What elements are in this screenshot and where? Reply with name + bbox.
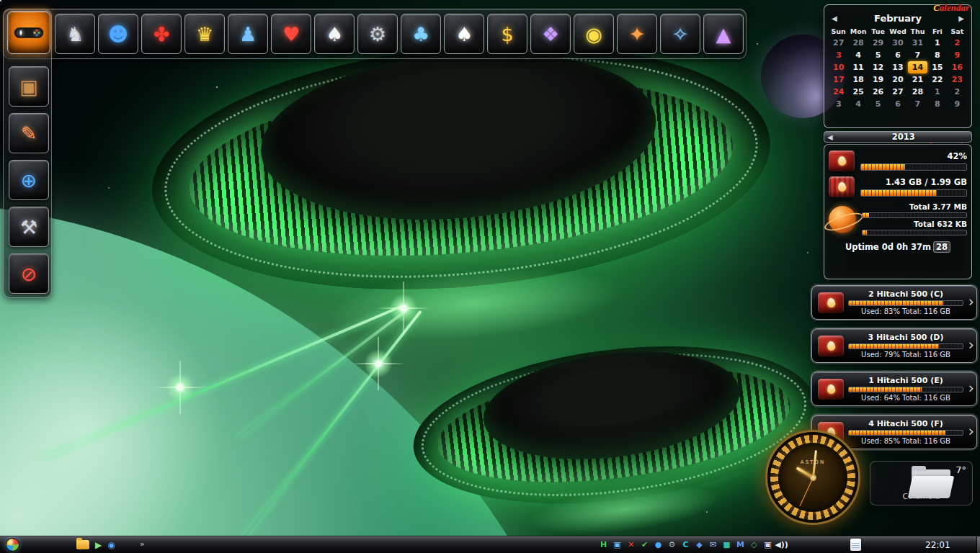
update-app-tray-icon[interactable]: ● bbox=[651, 540, 665, 549]
calendar-day[interactable]: 29 bbox=[868, 37, 888, 49]
explorer-folder-icon[interactable] bbox=[76, 540, 89, 549]
dock-item-graphics-tools[interactable]: ✎ bbox=[9, 113, 49, 153]
dock-item-chess-strategy[interactable]: ♞ bbox=[55, 14, 95, 54]
settings-tray-tray-icon[interactable]: ⚙ bbox=[665, 540, 679, 549]
calendar-day[interactable]: 7 bbox=[908, 49, 927, 61]
calendar-day[interactable]: 6 bbox=[888, 98, 907, 110]
calendar-day[interactable]: 5 bbox=[868, 98, 888, 110]
network-status-tray-icon[interactable]: ◇ bbox=[747, 540, 761, 549]
shield-security-tray-icon[interactable]: ◆ bbox=[692, 540, 706, 549]
calendar-day[interactable]: 31 bbox=[908, 37, 927, 49]
dock-item-ace-poker[interactable]: ♠ bbox=[444, 14, 484, 54]
calendar-day[interactable]: 18 bbox=[848, 73, 868, 86]
mail-client-tray-icon[interactable]: ✉ bbox=[706, 540, 720, 549]
dock-item-violet-cards[interactable]: ❖ bbox=[530, 14, 571, 54]
calendar-day[interactable]: 15 bbox=[927, 61, 947, 73]
dock-item-jackpot-money[interactable]: $ bbox=[487, 14, 527, 54]
drive-chevron-icon[interactable]: › bbox=[968, 379, 974, 397]
calendar-next-month-button[interactable]: ▶ bbox=[956, 14, 967, 22]
calendar-year-bar[interactable]: ◀ 2013 bbox=[824, 131, 972, 143]
blue-app-icon[interactable]: ◉ bbox=[107, 540, 115, 550]
calendar-day[interactable]: 22 bbox=[927, 73, 947, 86]
dock-item-maple-casino[interactable]: ✤ bbox=[141, 14, 182, 54]
calendar-day[interactable]: 1 bbox=[927, 37, 947, 49]
calendar-day[interactable]: 7 bbox=[908, 98, 927, 110]
calendar-day[interactable]: 14 bbox=[908, 61, 927, 73]
drive-chevron-icon[interactable]: › bbox=[968, 336, 974, 354]
drive-usage-bar bbox=[848, 343, 963, 349]
h-utility-tray-icon[interactable]: H bbox=[597, 540, 610, 549]
drive-panel[interactable]: 2 Hitachi 500 (C)Used: 83% Total: 116 GB… bbox=[811, 285, 977, 320]
calendar-day[interactable]: 23 bbox=[948, 73, 967, 86]
second-display-tray-icon[interactable]: ▣ bbox=[761, 540, 775, 549]
dock-item-hearts-cards[interactable]: ♥ bbox=[271, 14, 311, 54]
media-player-icon[interactable]: ▶ bbox=[95, 540, 102, 550]
calendar-day[interactable]: 3 bbox=[829, 49, 848, 61]
start-button[interactable] bbox=[6, 538, 19, 552]
dock-item-space-cruiser[interactable]: ✧ bbox=[660, 14, 700, 54]
calendar-day[interactable]: 28 bbox=[848, 37, 868, 49]
calendar-day[interactable]: 8 bbox=[927, 98, 947, 110]
calendar-day[interactable]: 19 bbox=[868, 73, 888, 86]
calendar-day[interactable]: 20 bbox=[888, 73, 907, 86]
desktop-folder-icon[interactable] bbox=[910, 464, 952, 500]
calendar-day[interactable]: 3 bbox=[829, 98, 848, 110]
calendar-day[interactable]: 12 bbox=[868, 61, 888, 73]
calendar-day[interactable]: 8 bbox=[927, 49, 947, 61]
drive-chevron-icon[interactable]: › bbox=[968, 423, 974, 440]
calendar-day[interactable]: 5 bbox=[868, 49, 888, 61]
dock-item-chess-pawn[interactable]: ♟ bbox=[228, 14, 268, 54]
calendar-day[interactable]: 2 bbox=[948, 37, 967, 49]
messenger-m-tray-icon[interactable]: M bbox=[734, 540, 747, 549]
dock-item-alien-arcade[interactable]: ☻ bbox=[98, 14, 138, 54]
dock-item-solitaire[interactable]: ♠ bbox=[314, 14, 355, 54]
calendar-day[interactable]: 27 bbox=[888, 86, 907, 98]
close-app-tray-icon[interactable]: ✕ bbox=[624, 540, 638, 549]
calendar-day[interactable]: 16 bbox=[948, 61, 967, 73]
calendar-day[interactable]: 17 bbox=[829, 73, 848, 86]
calendar-day[interactable]: 4 bbox=[848, 98, 868, 110]
display-app-tray-icon[interactable]: ▣ bbox=[610, 540, 624, 549]
sync-app-tray-icon[interactable]: ■ bbox=[720, 540, 734, 549]
dock-item-eye-game[interactable]: ◉ bbox=[574, 14, 614, 54]
calendar-day[interactable]: 9 bbox=[948, 98, 967, 110]
calendar-day[interactable]: 13 bbox=[888, 61, 907, 73]
dock-item-blocked-items[interactable]: ⊘ bbox=[9, 253, 49, 294]
calendar-day[interactable]: 9 bbox=[948, 49, 967, 61]
calendar-day[interactable]: 27 bbox=[829, 37, 848, 49]
drive-panel[interactable]: 1 Hitachi 500 (E)Used: 64% Total: 116 GB… bbox=[811, 372, 977, 406]
calendar-day[interactable]: 2 bbox=[948, 86, 967, 98]
comodo-tray-icon[interactable]: C bbox=[679, 540, 692, 549]
calendar-day[interactable]: 28 bbox=[908, 86, 927, 98]
calendar-day[interactable]: 4 bbox=[848, 49, 868, 61]
drive-chevron-icon[interactable]: › bbox=[968, 293, 974, 310]
drive-info: Used: 83% Total: 116 GB bbox=[848, 307, 963, 315]
calendar-day[interactable]: 26 bbox=[868, 86, 888, 98]
calendar-day[interactable]: 25 bbox=[848, 86, 868, 98]
calendar-prev-year-button[interactable]: ◀ bbox=[824, 133, 836, 141]
dock-item-star-fighter[interactable]: ✦ bbox=[617, 14, 657, 54]
show-desktop-button[interactable] bbox=[976, 536, 980, 553]
calendar-day[interactable]: 21 bbox=[908, 73, 927, 86]
drive-panel[interactable]: 3 Hitachi 500 (D)Used: 79% Total: 116 GB… bbox=[811, 328, 977, 363]
dock-item-royal-casino[interactable]: ♛ bbox=[184, 14, 225, 54]
calendar-header: ◀ February ▶ bbox=[829, 13, 967, 24]
calendar-day[interactable]: 1 bbox=[927, 86, 947, 98]
calendar-day[interactable]: 24 bbox=[829, 86, 848, 98]
dock-item-system-tools[interactable]: ⚒ bbox=[9, 207, 49, 247]
dock-item-gear-strategy[interactable]: ⚙ bbox=[357, 14, 398, 54]
volume-tray-icon[interactable]: ◀)) bbox=[775, 540, 788, 549]
dock-item-galaxy-rocket[interactable]: ▲ bbox=[703, 14, 744, 54]
calendar-day[interactable]: 11 bbox=[848, 61, 868, 73]
dock-item-briefcase-apps[interactable]: ▣ bbox=[9, 66, 49, 107]
notepad-launcher-icon[interactable] bbox=[850, 539, 861, 551]
dock-item-poker-suite[interactable]: ♣ bbox=[401, 14, 441, 54]
calendar-day[interactable]: 6 bbox=[888, 49, 907, 61]
calendar-day[interactable]: 10 bbox=[829, 61, 848, 73]
calendar-prev-month-button[interactable]: ◀ bbox=[829, 14, 840, 22]
quick-launch-overflow-button[interactable]: » bbox=[140, 539, 145, 549]
antivirus-ok-tray-icon[interactable]: ✔ bbox=[638, 540, 651, 549]
calendar-day[interactable]: 30 bbox=[888, 37, 907, 49]
games-dock-button[interactable] bbox=[7, 11, 50, 54]
dock-item-internet-globe[interactable]: ⊕ bbox=[9, 160, 49, 200]
